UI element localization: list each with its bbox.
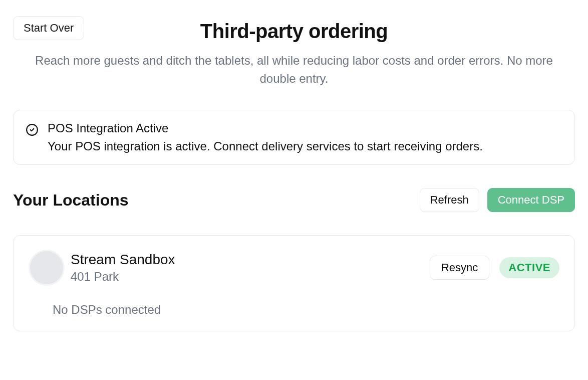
- locations-actions: Refresh Connect DSP: [420, 188, 575, 212]
- alert-body: POS Integration Active Your POS integrat…: [48, 121, 483, 153]
- start-over-button[interactable]: Start Over: [13, 16, 84, 40]
- locations-section-header: Your Locations Refresh Connect DSP: [13, 188, 575, 212]
- pos-integration-alert: POS Integration Active Your POS integrat…: [13, 110, 575, 165]
- page-subtitle: Reach more guests and ditch the tablets,…: [19, 52, 569, 88]
- refresh-button[interactable]: Refresh: [420, 188, 479, 212]
- location-card-header: Stream Sandbox 401 Park Resync ACTIVE: [29, 250, 559, 286]
- location-name: Stream Sandbox: [71, 252, 175, 268]
- page-title: Third-party ordering: [13, 16, 575, 43]
- location-actions: Resync ACTIVE: [430, 256, 559, 280]
- dsp-connection-status: No DSPs connected: [29, 303, 559, 317]
- alert-title: POS Integration Active: [48, 121, 483, 135]
- resync-button[interactable]: Resync: [430, 256, 489, 280]
- locations-heading: Your Locations: [13, 191, 129, 210]
- page-root: Start Over Third-party ordering Reach mo…: [0, 0, 588, 347]
- page-header: Start Over Third-party ordering: [13, 16, 575, 43]
- location-text: Stream Sandbox 401 Park: [71, 252, 175, 284]
- location-card: Stream Sandbox 401 Park Resync ACTIVE No…: [13, 235, 575, 331]
- location-address: 401 Park: [71, 270, 175, 284]
- alert-description: Your POS integration is active. Connect …: [48, 139, 483, 153]
- status-badge: ACTIVE: [499, 257, 559, 278]
- location-info: Stream Sandbox 401 Park: [29, 250, 175, 286]
- connect-dsp-button[interactable]: Connect DSP: [487, 188, 575, 212]
- check-circle-icon: [26, 123, 39, 136]
- location-avatar: [29, 250, 65, 286]
